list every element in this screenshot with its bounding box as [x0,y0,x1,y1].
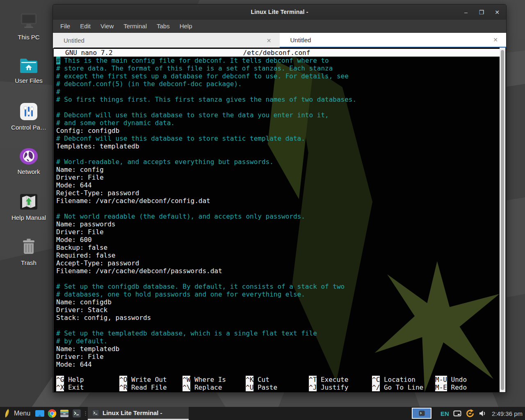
help-manual-icon [19,192,39,212]
shortcut-label: Read File [131,383,167,391]
desktop-icon-label: Network [17,168,40,175]
blue-display-icon [35,410,45,418]
nano-text-area[interactable]: # This is the main config file for debco… [54,57,500,376]
terminal-launcher[interactable] [71,407,83,420]
window-title: Linux Lite Terminal - [53,9,506,15]
nano-shortcut: ^X Exit [56,383,84,391]
menu-help[interactable]: Help [176,21,196,31]
file-manager-launcher[interactable] [58,407,71,420]
shortcut-key: M-E [435,383,447,391]
nano-line: # This is the main config file for debco… [56,57,500,64]
nano-shortcut-bar: ^G Help^O Write Out^W Where Is^K Cut^T E… [56,376,500,391]
tab-untitled-2[interactable]: Untitled ✕ [280,33,507,48]
terminal-scrollbar[interactable] [500,48,505,392]
nano-line [56,205,500,212]
shortcut-key: ^X [56,383,64,391]
nano-line: Driver: File [56,353,500,361]
menu-terminal[interactable]: Terminal [119,21,151,31]
volume-icon[interactable] [479,410,487,417]
nano-line: Name: configdb [56,298,500,306]
terminal-content[interactable]: GNU nano 7.2 /etc/debconf.conf # This is… [54,48,505,392]
tab-close-icon[interactable]: ✕ [267,37,272,44]
tab-close-icon[interactable]: ✕ [493,37,498,43]
menu-file[interactable]: File [56,21,74,31]
nano-line: # [56,88,500,96]
nano-line: Name: templatedb [56,345,500,353]
nano-line: # Debconf will use this database to stor… [56,135,500,142]
nano-line: # Set up the configdb database. By defau… [56,283,500,290]
desktop-icon-user-files[interactable]: User Files [6,57,52,84]
nano-line [56,322,500,329]
close-button[interactable]: ✕ [494,9,500,16]
chrome-icon [48,409,57,418]
desktop-icon-control-panel[interactable]: Control Pa… [6,102,52,131]
nano-shortcut: ^T Execute [309,376,348,383]
desktop-icon-label: User Files [15,77,43,84]
workspace-switcher[interactable] [412,408,431,419]
clock[interactable]: 2:49:36 pm [491,410,523,417]
maximize-button[interactable]: ❐ [478,9,485,16]
nano-line: Mode: 644 [56,361,500,368]
shortcut-label: Cut [258,376,269,383]
terminal-icon [72,409,81,418]
taskbar-window-label: Linux Lite Terminal - [103,409,162,416]
chrome-launcher[interactable] [46,407,58,420]
display-settings-tray-icon[interactable] [453,410,461,417]
nano-shortcut: ^/ Go To Line [372,383,423,391]
shortcut-key: ^R [119,383,127,391]
update-notifier-icon[interactable] [466,409,475,418]
desktop-icon-trash[interactable]: Trash [6,237,52,266]
nano-editor[interactable]: GNU nano 7.2 /etc/debconf.conf # This is… [54,48,500,392]
home-folder-icon [18,57,39,75]
start-menu-button[interactable]: Menu [0,407,34,420]
nano-line: # Debconf will use this database to stor… [56,111,500,119]
desktop-icon-label: Control Pa… [11,124,46,131]
shortcut-label: Redo [451,383,467,391]
nano-line: Config: configdb [56,127,500,135]
shortcut-key: ^O [119,376,127,383]
scrollbar-thumb[interactable] [501,50,504,390]
nano-shortcut: ^G Help [56,376,84,383]
nano-shortcut: ^W Where Is [183,376,226,383]
shortcut-label: Write Out [131,376,167,383]
shortcut-label: Exit [68,383,84,391]
show-desktop-launcher[interactable] [34,407,46,420]
tab-label: Untitled [53,37,84,44]
desktop-icon-network[interactable]: Network [6,147,52,175]
desktop-icon-this-pc[interactable]: This PC [6,11,52,41]
nano-line: Backup: false [56,244,500,251]
nano-line: Driver: File [56,228,500,236]
window-titlebar[interactable]: Linux Lite Terminal - – ❐ ✕ [53,5,506,20]
shortcut-label: Help [68,376,84,383]
menu-label: Menu [14,410,30,417]
shortcut-label: Replace [194,383,222,391]
system-tray: EN 2:49:36 pm [441,407,525,420]
tab-untitled-1[interactable]: Untitled ✕ [53,33,280,48]
panel-separator: ⋮ [83,411,88,415]
desktop-icon-label: Trash [21,259,37,266]
keyboard-layout-indicator[interactable]: EN [441,410,449,417]
minimize-button[interactable]: – [463,9,469,16]
tab-label: Untitled [280,37,311,43]
nano-line: # Set up the templatedb database, which … [56,329,500,337]
nano-line: Driver: File [56,173,500,181]
nano-line [56,150,500,158]
monitor-icon [18,11,39,31]
window-controls: – ❐ ✕ [463,5,500,20]
nano-line: Required: false [56,251,500,259]
menu-view[interactable]: View [96,21,118,31]
desktop-icon-help-manual[interactable]: Help Manual [6,192,52,221]
menu-tabs[interactable]: Tabs [153,21,174,31]
taskbar: Menu [0,407,525,420]
shortcut-label: Where Is [194,376,226,383]
nano-line: # So first things first. This first stan… [56,96,500,103]
nano-title-bar: GNU nano 7.2 /etc/debconf.conf [54,49,500,57]
nano-line: Accept-Type: password [56,259,500,267]
taskbar-window-button[interactable]: Linux Lite Terminal - [88,407,189,420]
shortcut-label: Undo [451,376,467,383]
nano-line [56,275,500,283]
nano-line: Reject-Type: password [56,189,500,197]
nano-line: # except the first sets up a database fo… [56,72,500,80]
menu-edit[interactable]: Edit [76,21,95,31]
terminal-icon [92,409,99,417]
